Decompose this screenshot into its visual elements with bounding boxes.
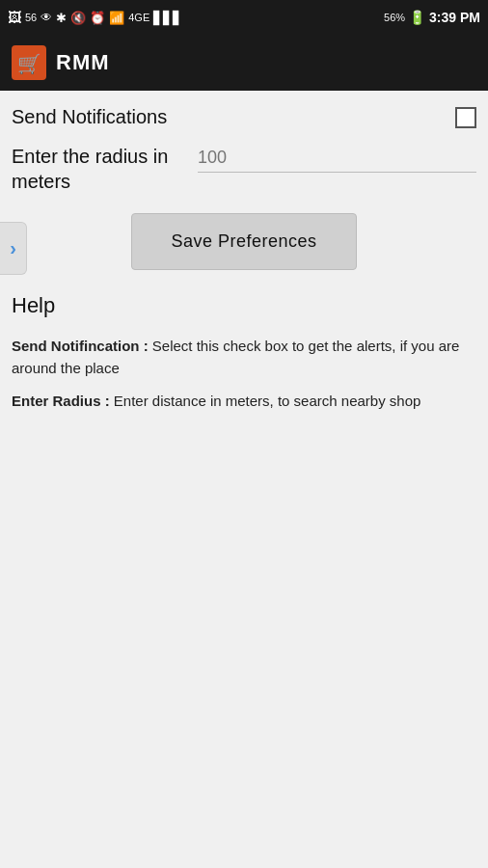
app-bar: 🛒 RMM	[0, 35, 488, 91]
status-left: 🖼 56 👁 ✱ 🔇 ⏰ 📶 4GE ▋▋▋	[8, 10, 182, 25]
notification-count: 56	[25, 12, 37, 23]
image-icon: 🖼	[8, 10, 21, 25]
help-radius-label: Enter Radius :	[12, 393, 110, 409]
alarm-icon: ⏰	[90, 11, 105, 25]
help-section: Send Notifincation : Select this check b…	[12, 332, 476, 428]
notifications-label: Send Notifications	[12, 106, 455, 128]
wifi-icon: 📶	[109, 11, 124, 25]
help-notifications-label: Send Notifincation :	[12, 338, 149, 354]
main-content: Send Notifications Enter the radius in m…	[0, 91, 488, 444]
chevron-area: ›	[0, 222, 27, 275]
cart-icon: 🛒	[12, 45, 46, 80]
mute-icon: 🔇	[70, 11, 86, 25]
app-title: RMM	[56, 50, 110, 75]
radius-row: Enter the radius in meters	[12, 144, 476, 194]
battery-percent: 56%	[384, 12, 405, 23]
chevron-button[interactable]: ›	[0, 222, 27, 275]
help-title: Help	[12, 293, 476, 318]
status-bar: 🖼 56 👁 ✱ 🔇 ⏰ 📶 4GE ▋▋▋ 56% 🔋 3:39 PM	[0, 0, 488, 35]
signal-bars-icon: ▋▋▋	[153, 11, 182, 25]
help-radius-desc: Enter distance in meters, to search near…	[110, 393, 421, 409]
save-preferences-button[interactable]: Save Preferences	[131, 213, 356, 270]
eye-icon: 👁	[41, 11, 52, 24]
help-item-notifications: Send Notifincation : Select this check b…	[12, 336, 476, 379]
svg-text:🛒: 🛒	[17, 52, 41, 75]
notifications-checkbox[interactable]	[455, 107, 476, 128]
notifications-row: Send Notifications	[12, 106, 476, 128]
radius-input[interactable]	[198, 148, 476, 168]
network-type: 4GE	[128, 12, 149, 23]
radius-label: Enter the radius in meters	[12, 144, 190, 194]
save-button-container: Save Preferences	[12, 213, 476, 270]
radius-input-container	[198, 144, 476, 173]
chevron-right-icon: ›	[10, 237, 16, 259]
time-display: 3:39 PM	[429, 10, 480, 25]
bluetooth-icon: ✱	[56, 11, 67, 25]
help-item-radius: Enter Radius : Enter distance in meters,…	[12, 391, 476, 413]
status-right: 56% 🔋 3:39 PM	[384, 10, 480, 25]
battery-icon: 🔋	[409, 10, 425, 25]
